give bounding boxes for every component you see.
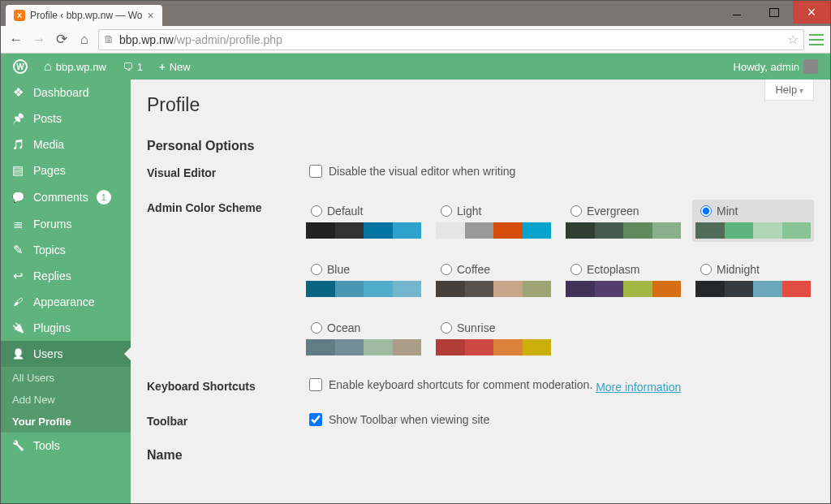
chrome-menu-button[interactable] [809,34,824,45]
page-icon [11,164,25,177]
color-scheme-sunrise[interactable]: Sunrise [433,317,554,359]
color-scheme-radio[interactable] [700,205,712,217]
os-window: X Profile ‹ bbp.wp.nw — Wo × × ← → ⟳ ⌂ 🗎… [0,0,831,504]
color-scheme-radio[interactable] [441,205,452,217]
shortcuts-checkbox[interactable] [309,378,322,391]
window-close-button[interactable]: × [793,1,830,24]
browser-toolbar: ← → ⟳ ⌂ 🗎 bbp.wp.nw/wp-admin/profile.php… [1,26,830,54]
window-minimize-button[interactable] [718,1,756,24]
color-scheme-radio[interactable] [441,322,452,334]
sidebar-item-media[interactable]: Media [1,131,131,157]
color-swatch-row [436,222,551,239]
sidebar-item-posts[interactable]: Posts [1,106,131,131]
color-scheme-ectoplasm[interactable]: Ectoplasm [562,258,684,300]
color-swatch [436,222,465,239]
sidebar-item-tools[interactable]: Tools [1,433,131,459]
color-scheme-name: Blue [327,263,350,276]
wp-logo-menu[interactable]: W [7,54,33,80]
admin-sidebar: DashboardPostsMediaPagesComments1ForumsT… [1,80,131,503]
account-menu[interactable]: Howdy, admin [728,54,824,80]
sidebar-item-label: Pages [33,164,66,177]
wordpress-logo-icon: W [13,59,28,74]
sidebar-item-replies[interactable]: Replies [1,263,131,289]
shortcuts-checkbox-label: Enable keyboard shortcuts for comment mo… [329,378,592,391]
avatar [803,59,818,74]
color-swatch [595,281,624,297]
color-scheme-radio[interactable] [571,205,582,217]
color-scheme-coffee[interactable]: Coffee [433,258,554,300]
color-swatch [364,281,393,297]
sidebar-item-label: Users [33,347,63,360]
window-maximize-button[interactable] [756,1,793,24]
color-scheme-mint[interactable]: Mint [692,200,814,242]
new-content-link[interactable]: New [153,54,196,80]
color-scheme-evergreen[interactable]: Evergreen [562,200,684,242]
sidebar-item-dashboard[interactable]: Dashboard [1,80,131,106]
color-swatch [566,222,595,239]
shortcuts-checkbox-wrap[interactable]: Enable keyboard shortcuts for comment mo… [309,378,592,391]
sidebar-item-users[interactable]: Users [1,341,131,367]
sidebar-item-forums[interactable]: Forums [1,211,131,237]
back-button[interactable]: ← [7,31,25,49]
sidebar-item-topics[interactable]: Topics [1,237,131,263]
color-scheme-name: Evergreen [587,205,639,218]
sidebar-subitem-your-profile[interactable]: Your Profile [1,411,131,433]
reply-icon [11,269,25,282]
home-button[interactable]: ⌂ [75,31,93,49]
bookmark-star-icon[interactable]: ☆ [787,32,799,47]
color-scheme-name: Light [457,205,481,218]
admin-bar: W bbp.wp.nw 🗨1 New Howdy, admin [1,54,830,80]
forum-icon [11,218,25,230]
forward-button[interactable]: → [30,31,48,49]
color-scheme-name: Ectoplasm [587,263,639,276]
visual-editor-checkbox-wrap[interactable]: Disable the visual editor when writing [309,165,515,178]
topic-icon [11,243,25,256]
sidebar-item-plugins[interactable]: Plugins [1,315,131,341]
site-name-link[interactable]: bbp.wp.nw [38,54,112,80]
sidebar-item-pages[interactable]: Pages [1,157,131,183]
sidebar-item-appearance[interactable]: Appearance [1,289,131,315]
help-tab[interactable]: Help [764,80,814,101]
sidebar-item-label: Appearance [33,295,95,308]
color-swatch [725,281,754,297]
new-label: New [170,61,191,73]
color-swatch [364,339,393,355]
sidebar-subitem-add-new[interactable]: Add New [1,389,131,411]
color-swatch [523,281,552,297]
sidebar-subitem-all-users[interactable]: All Users [1,367,131,389]
visual-editor-checkbox[interactable] [309,165,322,178]
reload-button[interactable]: ⟳ [53,31,71,49]
toolbar-checkbox[interactable] [309,413,322,426]
tab-close-icon[interactable]: × [148,9,154,22]
color-scheme-radio[interactable] [571,264,582,275]
sidebar-item-label: Forums [33,218,71,230]
home-icon [44,59,52,74]
color-scheme-radio[interactable] [311,205,322,217]
more-information-link[interactable]: More information [596,381,681,394]
color-swatch-row [306,222,421,239]
color-scheme-radio[interactable] [311,322,322,334]
toolbar-checkbox-wrap[interactable]: Show Toolbar when viewing site [309,413,489,426]
color-scheme-midnight[interactable]: Midnight [692,258,814,300]
color-swatch [393,222,422,239]
color-swatch [335,222,364,239]
url-path: /wp-admin/profile.php [174,33,282,46]
main-content: Help Profile Personal Options Visual Edi… [131,80,830,503]
color-scheme-radio[interactable] [441,264,452,275]
color-scheme-light[interactable]: Light [433,200,554,242]
color-scheme-default[interactable]: Default [303,200,424,242]
address-bar[interactable]: 🗎 bbp.wp.nw/wp-admin/profile.php ☆ [98,29,804,50]
toolbar-checkbox-label: Show Toolbar when viewing site [329,413,489,426]
color-scheme-name: Coffee [457,263,490,276]
browser-tab[interactable]: X Profile ‹ bbp.wp.nw — Wo × [6,5,162,26]
color-scheme-radio[interactable] [700,264,712,275]
color-scheme-blue[interactable]: Blue [303,258,424,300]
comments-link[interactable]: 🗨1 [117,54,149,80]
color-scheme-ocean[interactable]: Ocean [303,317,424,359]
visual-editor-label: Visual Editor [147,165,309,179]
color-scheme-radio[interactable] [311,264,322,275]
sidebar-item-label: Media [33,138,64,151]
sidebar-item-comments[interactable]: Comments1 [1,183,131,211]
color-swatch [306,339,335,355]
comment-icon [11,191,25,204]
